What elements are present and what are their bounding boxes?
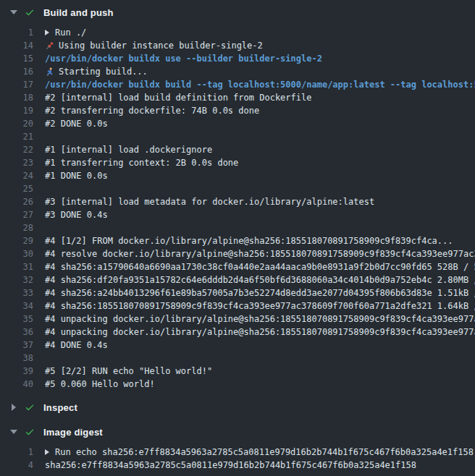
log-line: 26#3 [internal] load metadata for docker… [0, 195, 475, 208]
chevron-down-icon[interactable] [10, 430, 17, 434]
log-line: 37#4 DONE 0.4s [0, 339, 475, 352]
section-header-image-digest[interactable]: Image digest [0, 420, 475, 444]
line-number[interactable]: 29 [0, 234, 33, 247]
line-body: #5 0.060 Hello world! [45, 378, 475, 391]
log-line: 19#2 transferring dockerfile: 74B 0.0s d… [0, 104, 475, 117]
line-text: #1 transferring context: 2B 0.0s done [45, 156, 238, 169]
line-text: Run ./ [55, 26, 86, 39]
line-text: #2 transferring dockerfile: 74B 0.0s don… [45, 104, 259, 117]
line-number[interactable]: 35 [0, 313, 33, 326]
log-section-image-digest: Image digest1Run echo sha256:e7ff8834a59… [0, 420, 475, 476]
line-number[interactable]: 19 [0, 104, 33, 117]
section-title: Inspect [43, 402, 77, 413]
line-number[interactable]: 37 [0, 339, 33, 352]
line-number[interactable]: 1 [0, 446, 33, 459]
line-text: #4 sha256:a15790640a6690aa1730c38cf0a440… [45, 260, 475, 273]
line-body [45, 182, 475, 195]
log-line: 17/usr/bin/docker buildx build --tag loc… [0, 78, 475, 91]
line-body [45, 221, 475, 234]
line-text: #5 0.060 Hello world! [45, 378, 155, 391]
section-content-build-and-push: 1Run ./14Using builder instance builder-… [0, 25, 475, 395]
section-title: Image digest [43, 427, 103, 438]
line-body: #4 sha256:a15790640a6690aa1730c38cf0a440… [45, 260, 475, 273]
line-body: #1 transferring context: 2B 0.0s done [45, 156, 475, 169]
line-number[interactable]: 26 [0, 195, 33, 208]
workflow-log-viewer: Build and push1Run ./14Using builder ins… [0, 0, 475, 476]
line-number[interactable]: 21 [0, 130, 33, 143]
line-text: #5 [2/2] RUN echo "Hello world!" [45, 365, 212, 378]
log-line: 1Run ./ [0, 26, 475, 39]
line-body: #1 [internal] load .dockerignore [45, 143, 475, 156]
line-number[interactable]: 38 [0, 352, 33, 365]
log-line: 21 [0, 130, 475, 143]
line-number[interactable]: 24 [0, 169, 33, 182]
line-text: #4 sha256:185518070891758909c9f839cf4ca3… [45, 299, 475, 313]
expand-group-icon[interactable] [45, 449, 49, 455]
line-body: #3 DONE 0.4s [45, 208, 475, 221]
line-text: Starting build... [59, 65, 148, 78]
line-number[interactable]: 36 [0, 326, 33, 339]
log-line: 16Starting build... [0, 65, 475, 78]
log-line: 31#4 sha256:a15790640a6690aa1730c38cf0a4… [0, 260, 475, 273]
line-number[interactable]: 15 [0, 52, 33, 65]
line-text: #3 DONE 0.4s [45, 208, 108, 221]
line-body: #4 [1/2] FROM docker.io/library/alpine@s… [45, 234, 475, 247]
line-body: #5 [2/2] RUN echo "Hello world!" [45, 365, 475, 378]
line-body: #2 DONE 0.0s [45, 117, 475, 130]
line-number[interactable]: 28 [0, 221, 33, 234]
log-line: 35#4 unpacking docker.io/library/alpine@… [0, 313, 475, 326]
line-number[interactable]: 16 [0, 65, 33, 78]
log-line: 38 [0, 352, 475, 365]
expand-group-icon[interactable] [45, 30, 49, 35]
line-number[interactable]: 30 [0, 247, 33, 260]
line-number[interactable]: 18 [0, 91, 33, 104]
line-number[interactable]: 22 [0, 143, 33, 156]
section-content-image-digest: 1Run echo sha256:e7ff8834a5963a2785c5a08… [0, 444, 475, 476]
line-text: /usr/bin/docker buildx use --builder bui… [45, 52, 322, 65]
line-number[interactable]: 40 [0, 378, 33, 391]
section-header-inspect[interactable]: Inspect [0, 395, 475, 420]
line-body [45, 352, 475, 365]
line-number[interactable]: 23 [0, 156, 33, 169]
line-body: #1 DONE 0.0s [45, 169, 475, 182]
line-text: #2 [internal] load build definition from… [45, 91, 311, 104]
line-body: Run ./ [45, 26, 475, 39]
line-number[interactable]: 17 [0, 78, 33, 91]
line-number[interactable]: 1 [0, 26, 33, 39]
check-icon [25, 7, 35, 17]
line-text: #3 [internal] load metadata for docker.i… [45, 195, 374, 208]
pushpin-icon [45, 41, 54, 51]
log-line: 36#4 unpacking docker.io/library/alpine@… [0, 326, 475, 339]
line-number[interactable]: 32 [0, 273, 33, 286]
line-text: #4 sha256:df20fa9351a15782c64e6dddb2d4a6… [45, 273, 475, 286]
log-line: 34#4 sha256:185518070891758909c9f839cf4c… [0, 299, 475, 313]
line-text: #4 unpacking docker.io/library/alpine@sh… [45, 326, 475, 339]
line-text: Using builder instance builder-single-2 [59, 39, 263, 52]
section-header-build-and-push[interactable]: Build and push [0, 0, 475, 25]
line-number[interactable]: 34 [0, 299, 33, 313]
log-line: 30#4 resolve docker.io/library/alpine@sh… [0, 247, 475, 260]
line-body: #4 resolve docker.io/library/alpine@sha2… [45, 247, 475, 260]
line-body: #4 DONE 0.4s [45, 339, 475, 352]
line-number[interactable]: 20 [0, 117, 33, 130]
line-number[interactable]: 33 [0, 286, 33, 299]
chevron-right-icon[interactable] [12, 404, 16, 411]
line-number[interactable]: 31 [0, 260, 33, 273]
line-body: Starting build... [45, 65, 475, 78]
line-number[interactable]: 4 [0, 459, 33, 472]
log-line: 25 [0, 182, 475, 195]
line-number[interactable]: 27 [0, 208, 33, 221]
log-section-build-and-push: Build and push1Run ./14Using builder ins… [0, 0, 475, 395]
line-number[interactable]: 14 [0, 39, 33, 52]
log-line: 20#2 DONE 0.0s [0, 117, 475, 130]
line-text: #4 sha256:a24bb4013296f61e89ba57005a7b3e… [45, 286, 475, 299]
check-icon [25, 402, 35, 412]
line-number[interactable]: 39 [0, 365, 33, 378]
log-line: 32#4 sha256:df20fa9351a15782c64e6dddb2d4… [0, 273, 475, 286]
log-line: 1Run echo sha256:e7ff8834a5963a2785c5a08… [0, 446, 475, 459]
log-line: 24#1 DONE 0.0s [0, 169, 475, 182]
log-section-inspect: Inspect [0, 395, 475, 420]
line-number[interactable]: 25 [0, 182, 33, 195]
line-body: Using builder instance builder-single-2 [45, 39, 475, 52]
chevron-down-icon[interactable] [10, 10, 17, 14]
